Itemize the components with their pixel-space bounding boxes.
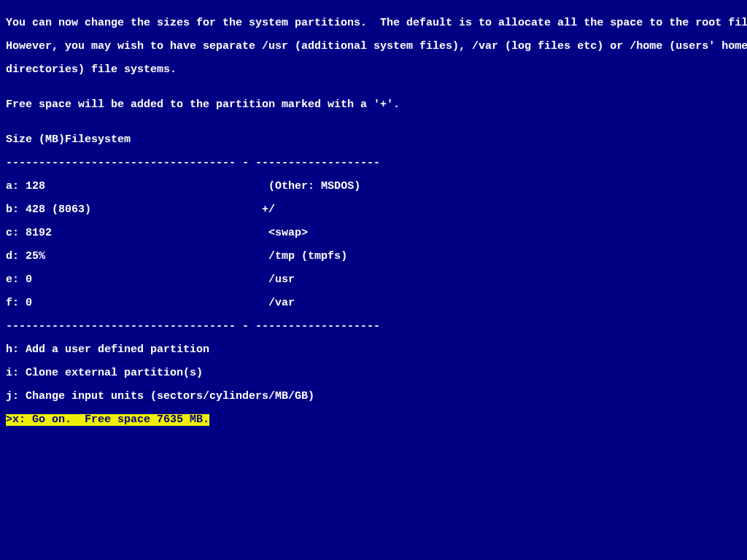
partition-key: b bbox=[6, 204, 12, 216]
partition-key: d bbox=[6, 251, 12, 262]
partition-fs: /var bbox=[268, 298, 295, 309]
partition-row[interactable]: d: 25% /tmp (tmpfs) bbox=[6, 251, 741, 262]
intro-text: However, you may wish to have separate /… bbox=[6, 41, 747, 52]
partition-key: a bbox=[6, 181, 12, 192]
action-label: Add a user defined partition bbox=[26, 344, 209, 356]
partition-size: 25% bbox=[26, 251, 262, 262]
action-row[interactable]: i: Clone external partition(s) bbox=[6, 368, 741, 379]
partition-fs: (Other: MSDOS) bbox=[268, 181, 360, 192]
partition-mark bbox=[262, 274, 268, 286]
partition-size: 428 (8063) bbox=[26, 204, 262, 216]
partition-size: 0 bbox=[26, 298, 262, 309]
partition-fs: <swap> bbox=[268, 228, 308, 239]
header-size: Size (MB) bbox=[6, 134, 65, 146]
action-label: Change input units (sectors/cylinders/MB… bbox=[26, 391, 314, 402]
partition-mark bbox=[262, 228, 268, 239]
menu-selected-row[interactable]: >x: Go on. Free space 7635 MB. bbox=[6, 414, 741, 426]
partition-key: c bbox=[6, 228, 12, 239]
caret-icon: > bbox=[6, 414, 12, 426]
partition-mark bbox=[262, 298, 268, 309]
selected-label: Go on. Free space 7635 MB. bbox=[32, 413, 209, 426]
header-filesystem: Filesystem bbox=[65, 134, 131, 146]
partition-row[interactable]: c: 8192 <swap> bbox=[6, 228, 741, 239]
partition-size: 8192 bbox=[26, 228, 262, 239]
partition-fs: /usr bbox=[268, 274, 295, 286]
selected-key: x bbox=[12, 413, 19, 426]
partition-row[interactable]: b: 428 (8063) + / bbox=[6, 204, 741, 216]
partition-size: 128 bbox=[26, 181, 262, 192]
action-key: i bbox=[6, 368, 12, 379]
separator: ----------------------------------- - --… bbox=[6, 158, 380, 169]
partition-row[interactable]: a: 128 (Other: MSDOS) bbox=[6, 181, 741, 192]
partition-fs: / bbox=[268, 204, 275, 216]
separator: ----------------------------------- - --… bbox=[6, 321, 380, 332]
action-key: h bbox=[6, 344, 12, 356]
partition-fs: /tmp (tmpfs) bbox=[268, 251, 347, 262]
partition-row[interactable]: e: 0 /usr bbox=[6, 274, 741, 286]
partition-mark: + bbox=[262, 204, 268, 216]
action-row[interactable]: h: Add a user defined partition bbox=[6, 344, 741, 356]
partition-size: 0 bbox=[26, 274, 262, 286]
intro-text: directories) file systems. bbox=[6, 64, 177, 76]
partition-mark bbox=[262, 181, 268, 192]
intro-text: You can now change the sizes for the sys… bbox=[6, 18, 747, 29]
action-key: j bbox=[6, 391, 12, 402]
action-label: Clone external partition(s) bbox=[26, 368, 203, 379]
partition-mark bbox=[262, 251, 268, 262]
intro-text: Free space will be added to the partitio… bbox=[6, 99, 400, 111]
action-row[interactable]: j: Change input units (sectors/cylinders… bbox=[6, 391, 741, 402]
selected-item: x: Go on. Free space 7635 MB. bbox=[12, 414, 209, 426]
partition-row[interactable]: f: 0 /var bbox=[6, 298, 741, 309]
partition-key: e bbox=[6, 274, 12, 286]
installer-screen: You can now change the sizes for the sys… bbox=[0, 0, 747, 443]
partition-key: f bbox=[6, 298, 12, 309]
